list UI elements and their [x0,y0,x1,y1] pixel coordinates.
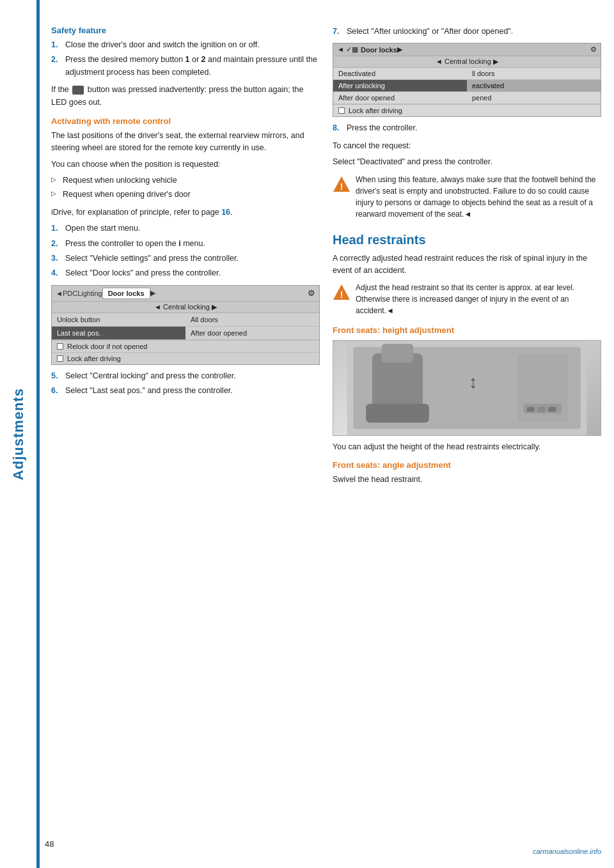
idrive-ref: iDrive, for explanation of principle, re… [51,206,320,219]
menu-screenshot-2: ◄ ✓▦ Door locks ▶ ⚙ ◄ Central locking ▶ … [333,43,601,117]
seat-image: ↕ [333,340,601,436]
tab-door-locks: Door locks [102,288,150,299]
left-column: Safety feature 1. Close the driver's doo… [51,26,320,842]
menu-row-relock: Relock door if not opened [52,340,319,352]
cancel-note: To cancel the request: [333,140,601,152]
page-container: Adjustments Safety feature 1. Close the … [0,0,614,868]
safety-step-1: 1. Close the driver's door and switch th… [51,39,320,51]
sidebar: Adjustments [0,0,38,868]
menu-cell-lastseat: Last seat pos. [52,327,185,340]
checkbox-relock [57,343,63,350]
activating-title: Activating with remote control [51,116,320,126]
menu-cell-afterdoor: After door opened [185,327,319,340]
step-8: 8. Press the controller. [333,122,601,134]
menu-settings-icon: ⚙ [308,288,315,298]
safety-feature-section: Safety feature 1. Close the driver's doo… [51,26,320,109]
step-7: 7. Select "After unlocking" or "After do… [333,26,601,38]
front-height-title: Front seats: height adjustment [333,325,601,335]
act-step-3: 3. Select "Vehicle settings" and press t… [51,252,320,265]
head-restraints-intro: A correctly adjusted head restraint redu… [333,252,601,277]
menu-row-lock: Lock after driving [52,352,319,364]
sidebar-label: Adjustments [10,388,27,480]
page-number: 48 [45,839,54,849]
right-step-7: 7. Select "After unlocking" or "After do… [333,26,601,38]
activating-steps-cont: 5. Select "Central locking" and press th… [51,370,320,398]
safety-step-2: 2. Press the desired memory button 1 or … [51,54,320,79]
front-angle-title: Front seats: angle adjustment [333,460,601,470]
bottom-logo: carmanualsonline.info [533,848,601,855]
act-step-2: 2. Press the controller to open the i me… [51,238,320,250]
inadvertent-note: If the button was pressed inadvertently:… [51,84,320,109]
menu-cell-alldoors: All doors [185,313,319,327]
menu-center-1: ◄ Central locking ▶ [52,302,319,313]
right-step-8: 8. Press the controller. [333,122,601,134]
menu2-afterdoor: After door opened [333,92,467,104]
warning-box-2: ! Adjust the head restraint so that its … [333,282,601,320]
act-step-6: 6. Select "Last seat pos." and press the… [51,385,320,397]
warning-text-1: When using this feature, always make sur… [356,174,601,220]
svg-rect-7 [366,404,429,423]
tab-pdc: PDC [63,290,77,297]
menu2-alldoors: ll doors [467,68,601,80]
front-height-text: You can adjust the height of the head re… [333,441,601,453]
warning-icon-2: ! [333,283,350,301]
cancel-instruction: Select "Deactivated" and press the contr… [333,156,601,168]
menu-grid-1: Unlock button All doors Last seat pos. A… [52,313,319,340]
page-ref: 16 [221,208,230,217]
head-restraints-section: Head restraints A correctly adjusted hea… [333,233,601,486]
svg-rect-8 [382,344,413,363]
checkbox-lock [57,355,63,362]
menu2-settings-icon: ⚙ [590,45,597,54]
front-angle-text: Swivel the head restraint. [333,474,601,486]
bullet-1: Request when unlocking vehicle [51,174,320,187]
warning-text-2: Adjust the head restraint so that its ce… [356,282,601,316]
warning-box-1: ! When using this feature, always make s… [333,174,601,224]
menu2-lock-row: Lock after driving [333,104,601,116]
tab-lighting: Lighting [77,290,102,297]
main-content: Safety feature 1. Close the driver's doo… [38,0,614,868]
right-menu-top: ◄ ✓▦ Door locks ▶ ⚙ [333,43,601,56]
seat-illustration: ↕ [333,341,601,435]
act-step-1: 1. Open the start menu. [51,222,320,235]
svg-rect-12 [527,407,535,412]
svg-rect-13 [538,407,546,412]
act-step-5: 5. Select "Central locking" and press th… [51,370,320,382]
bullet-2: Request when opening driver's door [51,189,320,201]
warning-icon-1: ! [333,175,350,193]
activating-intro: The last positions of the driver's seat,… [51,130,320,155]
activating-steps: 1. Open the start menu. 2. Press the con… [51,222,320,280]
svg-rect-14 [548,407,556,412]
activating-section: Activating with remote control The last … [51,116,320,398]
menu-top-bar-1: ◄ PDC Lighting Door locks ▶ ⚙ [52,286,319,302]
right-column: 7. Select "After unlocking" or "After do… [333,26,601,842]
activating-choose: You can choose when the position is requ… [51,159,320,171]
svg-text:↕: ↕ [469,372,478,392]
menu2-door-locks: Door locks [361,46,397,54]
svg-text:!: ! [340,290,343,300]
menu-screenshot-1: ◄ PDC Lighting Door locks ▶ ⚙ ◄ Central … [51,285,320,365]
svg-text:!: ! [340,182,343,192]
safety-feature-title: Safety feature [51,26,320,35]
right-menu-grid: Deactivated ll doors After unlocking eac… [333,68,601,104]
checkbox-lock2 [338,107,345,114]
menu-cell-unlock: Unlock button [52,313,185,327]
step-num-2: 2. [51,54,58,66]
menu2-afterunlocking: After unlocking [333,80,467,92]
menu2-deactivated: Deactivated [333,68,467,80]
menu2-pened: pened [467,92,601,104]
right-menu-center: ◄ Central locking ▶ [333,56,601,68]
activating-bullets: Request when unlocking vehicle Request w… [51,174,320,201]
step-num-1: 1. [51,39,58,51]
head-restraints-title: Head restraints [333,233,601,247]
safety-feature-steps: 1. Close the driver's door and switch th… [51,39,320,79]
menu2-eactivated: eactivated [467,80,601,92]
act-step-4: 4. Select "Door locks" and press the con… [51,267,320,279]
